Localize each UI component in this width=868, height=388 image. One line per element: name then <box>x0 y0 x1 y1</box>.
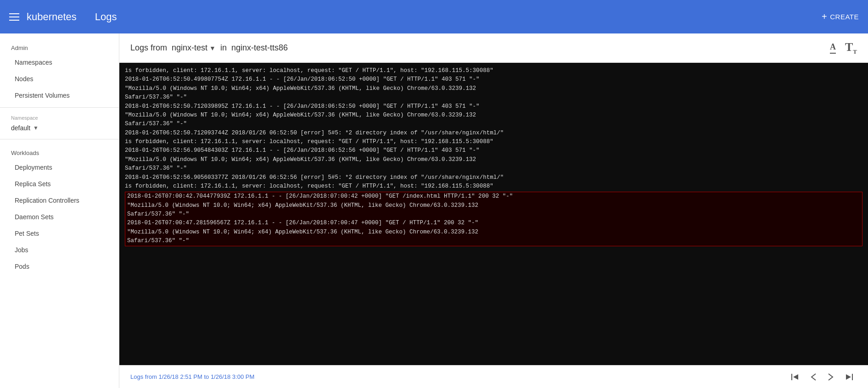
topbar: kubernetes Logs + CREATE <box>0 0 868 33</box>
sidebar-divider-2 <box>0 139 119 139</box>
log-footer: Logs from 1/26/18 2:51 PM to 1/26/18 3:0… <box>119 365 868 388</box>
container-name: nginx-test-tts86 <box>231 43 288 53</box>
sidebar: Admin Namespaces Nodes Persistent Volume… <box>0 33 119 388</box>
sidebar-item-namespaces[interactable]: Namespaces <box>0 54 119 71</box>
create-label: CREATE <box>830 13 859 21</box>
pod-name: nginx-test <box>172 43 207 53</box>
font-size-small-icon[interactable]: A <box>830 42 836 54</box>
prev-page-button[interactable] <box>806 371 820 383</box>
logs-header-icons: A TT <box>830 40 857 55</box>
pod-selector[interactable]: nginx-test ▼ <box>172 43 216 53</box>
menu-icon[interactable] <box>9 13 19 21</box>
workloads-section-header: Workloads <box>0 143 119 159</box>
namespace-dropdown-icon: ▼ <box>33 125 39 131</box>
sidebar-item-replication-controllers[interactable]: Replication Controllers <box>0 192 119 209</box>
namespace-value: default <box>11 124 30 132</box>
sidebar-item-nodes[interactable]: Nodes <box>0 71 119 87</box>
first-page-button[interactable] <box>787 371 803 383</box>
namespace-select[interactable]: default ▼ <box>11 122 108 133</box>
logs-from-label: Logs from <box>130 43 167 53</box>
logs-in-label: in <box>220 43 227 53</box>
log-time-range: Logs from 1/26/18 2:51 PM to 1/26/18 3:0… <box>130 373 787 380</box>
namespace-section: Namespace default ▼ <box>0 111 119 135</box>
create-button[interactable]: + CREATE <box>822 11 859 22</box>
sidebar-item-persistent-volumes[interactable]: Persistent Volumes <box>0 87 119 104</box>
content-area: Logs from nginx-test ▼ in nginx-test-tts… <box>119 33 868 388</box>
next-page-button[interactable] <box>824 371 838 383</box>
logs-header: Logs from nginx-test ▼ in nginx-test-tts… <box>119 33 868 63</box>
log-terminal[interactable]: is forbidden, client: 172.16.1.1, server… <box>119 63 868 365</box>
log-pagination <box>787 371 857 383</box>
last-page-button[interactable] <box>841 371 857 383</box>
sidebar-item-daemon-sets[interactable]: Daemon Sets <box>0 209 119 225</box>
sidebar-item-replica-sets[interactable]: Replica Sets <box>0 176 119 192</box>
sidebar-item-pods[interactable]: Pods <box>0 258 119 275</box>
admin-section-header: Admin <box>0 38 119 54</box>
app-title: kubernetes <box>27 11 77 23</box>
font-size-large-icon[interactable]: TT <box>845 40 857 55</box>
sidebar-item-deployments[interactable]: Deployments <box>0 159 119 176</box>
page-title: Logs <box>95 11 822 23</box>
sidebar-item-jobs[interactable]: Jobs <box>0 242 119 258</box>
pod-dropdown-icon: ▼ <box>209 44 216 52</box>
main-layout: Admin Namespaces Nodes Persistent Volume… <box>0 33 868 388</box>
plus-icon: + <box>822 11 827 22</box>
namespace-label: Namespace <box>11 115 108 121</box>
sidebar-item-pet-sets[interactable]: Pet Sets <box>0 225 119 242</box>
sidebar-divider-1 <box>0 107 119 108</box>
